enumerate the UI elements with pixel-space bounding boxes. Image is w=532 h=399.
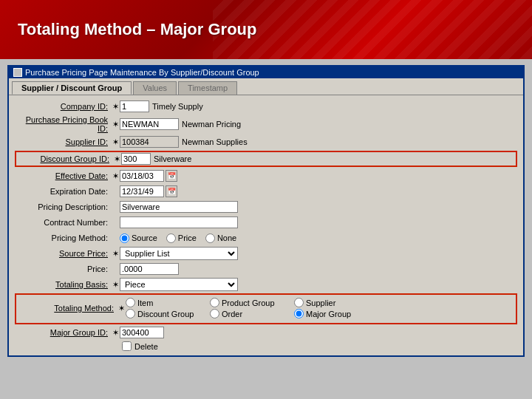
effective-date-input[interactable] <box>120 170 164 182</box>
form-window: Purchase Pricing Page Maintenance By Sup… <box>7 65 525 357</box>
contract-number-input[interactable] <box>120 216 238 228</box>
discount-group-label: Discount Group ID: <box>16 154 112 163</box>
discount-group-display: Silverware <box>151 154 191 163</box>
effective-date-calendar[interactable]: 📅 <box>166 170 177 182</box>
expiration-date-label: Expiration Date: <box>15 187 111 196</box>
supplier-id-display: Newman Supplies <box>179 137 248 146</box>
expiration-date-input[interactable] <box>120 185 164 197</box>
totaling-method-label: Totaling Method: <box>21 304 117 313</box>
pricing-method-none[interactable]: None <box>205 233 236 243</box>
major-group-id-required: ✶ <box>111 328 120 338</box>
company-id-display: Timely Supply <box>149 102 203 111</box>
company-id-row: Company ID: ✶ Timely Supply <box>15 100 517 113</box>
tab-values[interactable]: Values <box>133 81 177 95</box>
effective-date-label: Effective Date: <box>15 171 111 180</box>
pricing-book-row: Purchase Pricing Book ID: ✶ Newman Prici… <box>15 115 517 133</box>
supplier-id-label: Supplier ID: <box>15 137 111 146</box>
totaling-method-required: ✶ <box>117 304 126 313</box>
totaling-basis-required: ✶ <box>111 280 120 290</box>
pricing-book-display: Newman Pricing <box>179 120 241 129</box>
pricing-method-options: Source Price None <box>120 233 236 243</box>
delete-checkbox[interactable] <box>122 341 132 351</box>
supplier-id-input[interactable] <box>120 136 179 148</box>
tab-supplier-discount-group[interactable]: Supplier / Discount Group <box>12 81 132 95</box>
totaling-method-major-group[interactable]: Major Group <box>294 309 361 318</box>
pricing-method-price[interactable]: Price <box>166 233 197 243</box>
page-header: Totaling Method – Major Group <box>0 0 532 59</box>
totaling-basis-row: Totaling Basis: ✶ Piece <box>15 278 517 291</box>
form-area: Company ID: ✶ Timely Supply Purchase Pri… <box>9 95 523 355</box>
totaling-method-box: Totaling Method: ✶ Item Product Group <box>15 293 517 324</box>
totaling-method-discount-group[interactable]: Discount Group <box>126 309 207 318</box>
window-icon <box>13 68 22 77</box>
contract-number-row: Contract Number: <box>15 216 517 229</box>
tab-timestamp[interactable]: Timestamp <box>178 81 237 95</box>
pricing-method-label: Pricing Method: <box>15 233 111 242</box>
pricing-method-row: Pricing Method: Source Price None <box>15 231 517 245</box>
totaling-basis-label: Totaling Basis: <box>15 280 111 289</box>
company-id-required: ✶ <box>111 102 120 112</box>
company-id-label: Company ID: <box>15 102 111 111</box>
totaling-method-product-group[interactable]: Product Group <box>210 298 291 307</box>
price-row: Price: <box>15 262 517 276</box>
contract-number-label: Contract Number: <box>15 218 111 227</box>
window-titlebar: Purchase Pricing Page Maintenance By Sup… <box>9 66 523 78</box>
effective-date-row: Effective Date: ✶ 📅 <box>15 169 517 183</box>
source-price-required: ✶ <box>111 249 120 259</box>
totaling-basis-select[interactable]: Piece <box>120 278 238 291</box>
source-price-row: Source Price: ✶ Supplier List <box>15 247 517 260</box>
effective-date-required: ✶ <box>111 171 120 181</box>
supplier-id-required: ✶ <box>111 137 120 147</box>
company-id-input[interactable] <box>120 100 149 112</box>
discount-group-input[interactable] <box>121 153 151 165</box>
pricing-book-required: ✶ <box>111 120 120 129</box>
window-title: Purchase Pricing Page Maintenance By Sup… <box>25 68 259 77</box>
totaling-method-row: Totaling Method: ✶ Item Product Group <box>21 298 511 318</box>
totaling-method-item[interactable]: Item <box>126 298 207 307</box>
totaling-method-order[interactable]: Order <box>210 309 291 318</box>
source-price-label: Source Price: <box>15 249 111 258</box>
discount-group-row: Discount Group ID: ✶ Silverware <box>15 151 517 167</box>
pricing-desc-row: Pricing Description: <box>15 200 517 214</box>
delete-label: Delete <box>134 342 158 351</box>
expiration-date-row: Expiration Date: 📅 <box>15 185 517 198</box>
major-group-id-row: Major Group ID: ✶ <box>15 326 517 339</box>
supplier-id-row: Supplier ID: ✶ Newman Supplies <box>15 135 517 149</box>
tab-bar: Supplier / Discount Group Values Timesta… <box>9 78 523 95</box>
major-group-id-input[interactable] <box>120 327 164 338</box>
major-group-id-label: Major Group ID: <box>15 328 111 337</box>
totaling-method-supplier[interactable]: Supplier <box>294 298 361 307</box>
source-price-select[interactable]: Supplier List <box>120 247 238 260</box>
pricing-desc-label: Pricing Description: <box>15 202 111 211</box>
totaling-method-options: Item Product Group Supplier Discoun <box>126 298 361 318</box>
pricing-method-source[interactable]: Source <box>120 233 157 243</box>
discount-group-required: ✶ <box>112 154 121 164</box>
price-label: Price: <box>15 265 111 273</box>
pricing-book-input[interactable] <box>120 118 179 130</box>
delete-row: Delete <box>122 341 517 351</box>
price-input[interactable] <box>120 263 179 275</box>
expiration-date-calendar[interactable]: 📅 <box>166 185 177 197</box>
pricing-desc-input[interactable] <box>120 201 238 213</box>
pricing-book-label: Purchase Pricing Book ID: <box>15 115 111 133</box>
page-title: Totaling Method – Major Group <box>18 20 256 39</box>
main-content: Purchase Pricing Page Maintenance By Sup… <box>0 59 532 363</box>
